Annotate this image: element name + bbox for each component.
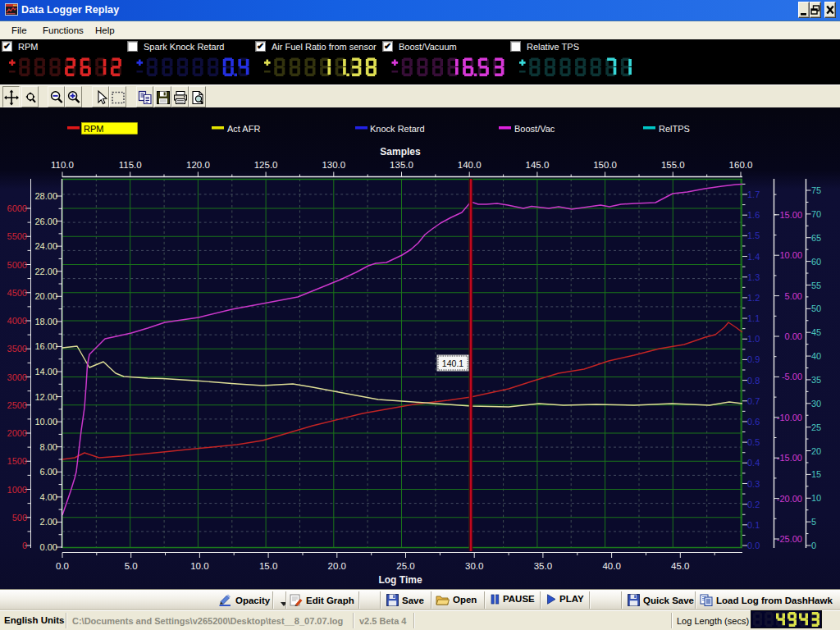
- svg-text:24.00: 24.00: [34, 241, 57, 251]
- svg-text:3500: 3500: [7, 344, 27, 354]
- svg-text:Knock Retard: Knock Retard: [370, 124, 425, 134]
- svg-text:15: 15: [811, 469, 821, 479]
- svg-text:1.4: 1.4: [747, 252, 760, 262]
- svg-text:0.1: 0.1: [747, 520, 760, 530]
- svg-text:0.9: 0.9: [747, 354, 760, 364]
- svg-text:18.00: 18.00: [34, 317, 57, 326]
- svg-text:115.0: 115.0: [119, 160, 142, 170]
- svg-text:5500: 5500: [7, 231, 27, 241]
- svg-text:45.0: 45.0: [671, 561, 689, 571]
- svg-text:15.0: 15.0: [259, 561, 277, 571]
- svg-text:45: 45: [811, 327, 821, 337]
- svg-text:5.00: 5.00: [785, 291, 802, 301]
- svg-text:40.0: 40.0: [602, 561, 620, 571]
- svg-text:120.0: 120.0: [186, 160, 210, 170]
- svg-text:1500: 1500: [7, 456, 27, 466]
- svg-text:6.00: 6.00: [40, 467, 57, 477]
- svg-text:26.00: 26.00: [34, 217, 57, 226]
- svg-text:1.3: 1.3: [747, 272, 760, 282]
- svg-text:55: 55: [811, 281, 821, 290]
- svg-text:3000: 3000: [7, 372, 27, 382]
- svg-text:-20.00: -20.00: [777, 494, 802, 504]
- svg-text:35: 35: [811, 375, 821, 385]
- svg-text:1000: 1000: [7, 485, 27, 495]
- svg-text:0.3: 0.3: [747, 479, 760, 489]
- svg-text:1.7: 1.7: [747, 189, 760, 199]
- svg-text:6000: 6000: [7, 203, 27, 213]
- svg-text:4500: 4500: [7, 288, 27, 298]
- svg-text:4.00: 4.00: [40, 492, 57, 502]
- svg-text:22.00: 22.00: [34, 267, 57, 276]
- svg-text:25.0: 25.0: [396, 561, 414, 571]
- svg-text:150.0: 150.0: [593, 160, 617, 170]
- svg-text:0.7: 0.7: [747, 396, 760, 406]
- svg-text:30: 30: [811, 399, 821, 409]
- svg-text:25: 25: [811, 422, 821, 432]
- svg-text:0.2: 0.2: [747, 500, 760, 509]
- svg-text:-10.00: -10.00: [777, 413, 802, 422]
- svg-text:10.0: 10.0: [190, 561, 208, 571]
- svg-text:10: 10: [811, 493, 821, 503]
- svg-text:0.0: 0.0: [747, 541, 760, 550]
- svg-text:125.0: 125.0: [254, 160, 278, 170]
- svg-text:2.00: 2.00: [40, 517, 57, 527]
- svg-text:16.00: 16.00: [34, 341, 57, 351]
- svg-text:1.2: 1.2: [747, 293, 760, 303]
- svg-text:1.1: 1.1: [747, 313, 760, 323]
- svg-text:5: 5: [811, 517, 816, 527]
- svg-text:0: 0: [811, 541, 816, 550]
- svg-text:0.6: 0.6: [747, 417, 760, 427]
- svg-text:14.00: 14.00: [34, 367, 57, 377]
- svg-text:RelTPS: RelTPS: [659, 124, 690, 134]
- svg-text:0.00: 0.00: [785, 331, 802, 341]
- svg-text:50: 50: [811, 304, 821, 313]
- svg-text:2000: 2000: [7, 428, 27, 438]
- svg-text:28.00: 28.00: [34, 191, 57, 201]
- svg-text:-15.00: -15.00: [777, 453, 802, 463]
- svg-text:75: 75: [811, 185, 821, 195]
- svg-text:15.00: 15.00: [779, 210, 802, 220]
- svg-text:1.0: 1.0: [747, 334, 760, 344]
- svg-text:12.00: 12.00: [34, 392, 57, 402]
- svg-text:135.0: 135.0: [390, 160, 413, 170]
- svg-text:5.0: 5.0: [125, 561, 138, 571]
- svg-text:65: 65: [811, 233, 821, 243]
- svg-text:500: 500: [12, 513, 27, 523]
- svg-text:40: 40: [811, 351, 821, 361]
- svg-text:0.5: 0.5: [747, 437, 760, 447]
- svg-text:8.00: 8.00: [40, 442, 57, 452]
- svg-text:20.00: 20.00: [34, 291, 57, 301]
- svg-text:35.0: 35.0: [534, 561, 552, 571]
- svg-text:10.00: 10.00: [34, 417, 57, 427]
- svg-text:0.4: 0.4: [747, 458, 760, 468]
- svg-text:0.00: 0.00: [40, 542, 57, 552]
- svg-text:-5.00: -5.00: [782, 372, 802, 381]
- svg-text:20.0: 20.0: [328, 561, 346, 571]
- svg-text:1.6: 1.6: [747, 210, 760, 220]
- svg-text:70: 70: [811, 209, 821, 219]
- svg-text:145.0: 145.0: [526, 160, 550, 170]
- svg-text:RPM: RPM: [84, 124, 103, 134]
- svg-text:Samples: Samples: [380, 146, 421, 158]
- svg-text:140.1: 140.1: [442, 358, 463, 368]
- svg-text:30.0: 30.0: [465, 561, 483, 571]
- svg-text:10.00: 10.00: [779, 250, 802, 260]
- svg-text:140.0: 140.0: [458, 160, 482, 170]
- svg-text:60: 60: [811, 257, 821, 267]
- svg-text:Act AFR: Act AFR: [227, 124, 260, 134]
- svg-text:2500: 2500: [7, 400, 27, 410]
- svg-text:1.5: 1.5: [747, 231, 760, 240]
- svg-text:5000: 5000: [7, 260, 27, 270]
- svg-text:-25.00: -25.00: [777, 534, 802, 544]
- svg-text:Boost/Vac: Boost/Vac: [514, 124, 555, 134]
- svg-text:160.0: 160.0: [729, 160, 753, 170]
- svg-text:0: 0: [22, 541, 27, 550]
- svg-text:4000: 4000: [7, 316, 27, 326]
- svg-text:110.0: 110.0: [51, 160, 74, 170]
- svg-text:155.0: 155.0: [661, 160, 685, 170]
- svg-text:20: 20: [811, 446, 821, 456]
- svg-text:130.0: 130.0: [322, 160, 345, 170]
- svg-text:0.0: 0.0: [56, 561, 69, 571]
- svg-text:Log Time: Log Time: [378, 574, 422, 586]
- svg-text:0.8: 0.8: [747, 376, 760, 386]
